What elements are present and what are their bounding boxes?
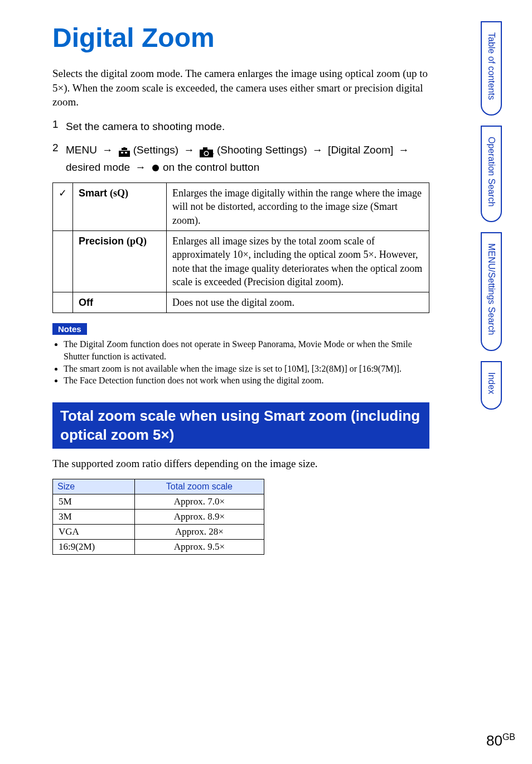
option-name: Smart bbox=[79, 188, 107, 199]
step-2-desired: desired mode bbox=[66, 161, 130, 173]
table-row: 16:9(2M)Approx. 9.5× bbox=[53, 540, 264, 555]
size-header: Size bbox=[53, 479, 135, 494]
section-intro: The supported zoom ratio differs dependi… bbox=[52, 458, 429, 470]
table-row: Precision (pQ) Enlarges all image sizes … bbox=[53, 230, 429, 292]
scale-cell: Approx. 8.9× bbox=[134, 510, 264, 525]
option-description: Enlarges the image digitally within the … bbox=[167, 183, 429, 231]
svg-rect-2 bbox=[125, 152, 127, 153]
step-2-control: on the control button bbox=[163, 161, 259, 173]
page-number: 80GB bbox=[486, 732, 515, 749]
option-name-cell: Precision (pQ) bbox=[73, 230, 167, 292]
note-item: The smart zoom is not available when the… bbox=[64, 363, 429, 375]
option-name-cell: Off bbox=[73, 292, 167, 313]
size-cell: VGA bbox=[53, 525, 135, 540]
arrow-right-icon: → bbox=[183, 144, 194, 156]
arrow-right-icon: → bbox=[312, 144, 323, 156]
option-name: Precision bbox=[79, 236, 124, 247]
zoom-scale-table: Size Total zoom scale 5MApprox. 7.0× 3MA… bbox=[52, 479, 264, 555]
step-2-menu: MENU bbox=[66, 144, 97, 156]
table-row: ✓ Smart (sQ) Enlarges the image digitall… bbox=[53, 183, 429, 231]
tab-operation-search[interactable]: Operation Search bbox=[481, 126, 502, 222]
scale-cell: Approx. 28× bbox=[134, 525, 264, 540]
option-name-cell: Smart (sQ) bbox=[73, 183, 167, 231]
svg-rect-4 bbox=[123, 147, 125, 148]
step-number: 2 bbox=[52, 142, 66, 176]
note-item: The Face Detection function does not wor… bbox=[64, 374, 429, 387]
intro-paragraph: Selects the digital zoom mode. The camer… bbox=[52, 66, 429, 109]
arrow-right-icon: → bbox=[102, 144, 113, 156]
option-description: Does not use the digital zoom. bbox=[167, 292, 429, 313]
scale-cell: Approx. 7.0× bbox=[134, 494, 264, 510]
svg-text:T: T bbox=[211, 152, 214, 157]
intro-text: Selects the digital zoom mode. The camer… bbox=[52, 66, 429, 109]
page-suffix: GB bbox=[502, 732, 515, 742]
arrow-right-icon: → bbox=[135, 161, 146, 173]
step-2: 2 MENU → (Settings) → T (Shooting Settin… bbox=[52, 142, 429, 176]
scale-header: Total zoom scale bbox=[134, 479, 264, 494]
check-cell bbox=[53, 292, 73, 313]
settings-icon bbox=[118, 146, 130, 156]
notes-label: Notes bbox=[52, 323, 87, 335]
step-number: 1 bbox=[52, 118, 66, 135]
check-cell: ✓ bbox=[53, 183, 73, 231]
step-2-text: MENU → (Settings) → T (Shooting Settings… bbox=[66, 142, 429, 176]
size-cell: 3M bbox=[53, 510, 135, 525]
svg-rect-6 bbox=[203, 147, 207, 150]
table-row: 5MApprox. 7.0× bbox=[53, 494, 264, 510]
arrow-right-icon: → bbox=[399, 144, 409, 156]
check-cell bbox=[53, 230, 73, 292]
step-1: 1 Set the camera to shooting mode. bbox=[52, 118, 429, 135]
steps-list: 1 Set the camera to shooting mode. 2 MEN… bbox=[52, 118, 429, 176]
notes-list: The Digital Zoom function does not opera… bbox=[52, 338, 429, 386]
scale-cell: Approx. 9.5× bbox=[134, 540, 264, 555]
tab-menu-settings-search[interactable]: MENU/Settings Search bbox=[481, 232, 502, 351]
step-2-shooting: (Shooting Settings) bbox=[217, 144, 307, 156]
page-title: Digital Zoom bbox=[52, 22, 429, 53]
section-heading: Total zoom scale when using Smart zoom (… bbox=[52, 402, 429, 449]
option-description: Enlarges all image sizes by the total zo… bbox=[167, 230, 429, 292]
note-item: The Digital Zoom function does not opera… bbox=[64, 338, 429, 362]
camera-icon: T bbox=[200, 146, 214, 156]
svg-point-8 bbox=[205, 152, 208, 155]
option-icon: (pQ) bbox=[127, 236, 147, 247]
size-cell: 16:9(2M) bbox=[53, 540, 135, 555]
table-row: Off Does not use the digital zoom. bbox=[53, 292, 429, 313]
option-icon: (sQ) bbox=[110, 188, 128, 199]
table-row: 3MApprox. 8.9× bbox=[53, 510, 264, 525]
page-content: Digital Zoom Selects the digital zoom mo… bbox=[0, 0, 463, 566]
step-1-text: Set the camera to shooting mode. bbox=[66, 118, 429, 135]
option-name: Off bbox=[79, 297, 93, 308]
svg-rect-0 bbox=[119, 151, 130, 157]
step-2-digitalzoom: [Digital Zoom] bbox=[328, 144, 393, 156]
side-navigation: Table of contents Operation Search MENU/… bbox=[481, 21, 521, 420]
page-number-value: 80 bbox=[486, 732, 502, 749]
size-cell: 5M bbox=[53, 494, 135, 510]
options-table: ✓ Smart (sQ) Enlarges the image digitall… bbox=[52, 182, 429, 313]
table-header-row: Size Total zoom scale bbox=[53, 479, 264, 494]
table-row: VGAApprox. 28× bbox=[53, 525, 264, 540]
tab-index[interactable]: Index bbox=[481, 361, 502, 410]
center-button-icon bbox=[152, 165, 159, 171]
step-2-settings: (Settings) bbox=[133, 144, 178, 156]
checkmark-icon: ✓ bbox=[59, 188, 67, 199]
tab-table-of-contents[interactable]: Table of contents bbox=[481, 21, 502, 116]
svg-rect-1 bbox=[121, 152, 123, 153]
